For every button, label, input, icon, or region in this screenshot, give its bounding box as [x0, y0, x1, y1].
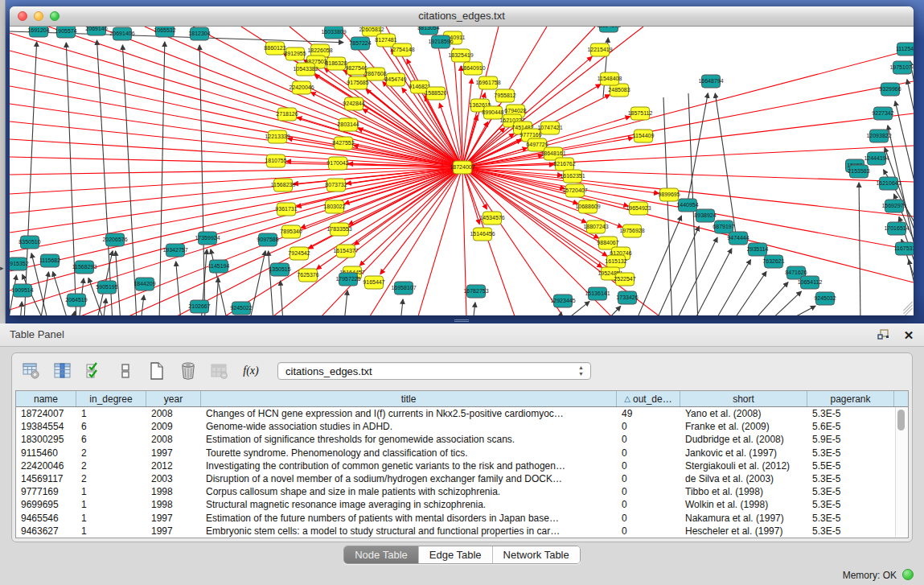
- network-canvas[interactable]: 1872400788601238912955182260589827503105…: [10, 27, 914, 315]
- function-builder-icon[interactable]: f(x): [241, 361, 261, 381]
- svg-text:9827546: 9827546: [345, 65, 367, 71]
- column-header-out_de[interactable]: △out_de…: [617, 391, 680, 406]
- panel-splitter-handle[interactable]: [454, 319, 469, 323]
- table-cell: 5.3E-5: [807, 447, 894, 459]
- table-cell: Stergiakouli et al. (2012): [680, 460, 807, 472]
- table-row[interactable]: 1830029562008Estimation of significance …: [16, 433, 908, 446]
- svg-text:8350510: 8350510: [18, 239, 40, 245]
- column-header-pagerank[interactable]: pagerank: [807, 391, 894, 406]
- svg-text:9242844: 9242844: [343, 101, 364, 106]
- svg-text:16162351: 16162351: [560, 173, 585, 179]
- table-row[interactable]: 1938455462009Genome-wide association stu…: [16, 420, 908, 433]
- table-cell: 1998: [146, 486, 201, 497]
- tab-node-table[interactable]: Node Table: [344, 546, 418, 563]
- table-row[interactable]: 1872400712008Changes of HCN gene express…: [16, 407, 908, 420]
- table-cell: Jankovic et al. (1997): [680, 447, 807, 459]
- canvas-resize-grip[interactable]: [901, 303, 912, 315]
- select-all-rows-icon[interactable]: [84, 361, 104, 381]
- table-row[interactable]: 946362711997Embryonic stem cells: a mode…: [16, 525, 908, 538]
- svg-text:8427552: 8427552: [332, 140, 354, 146]
- column-header-short[interactable]: short: [680, 391, 807, 406]
- network-window-titlebar[interactable]: citations_edges.txt: [10, 6, 914, 27]
- table-body: 1872400712008Changes of HCN gene express…: [16, 407, 908, 538]
- svg-text:2102667: 2102667: [188, 303, 210, 309]
- network-graph[interactable]: 1872400788601238912955182260589827503105…: [10, 27, 914, 315]
- table-settings-icon[interactable]: [22, 361, 41, 381]
- table-cell: 9115460: [16, 447, 76, 459]
- memory-status-icon[interactable]: [902, 569, 914, 580]
- table-row[interactable]: 911546021997Tourette syndrome. Phenomeno…: [16, 447, 908, 459]
- table-cell: 5.9E-5: [807, 434, 894, 445]
- table-cell: 5.3E-5: [807, 408, 894, 419]
- column-header-title[interactable]: title: [201, 391, 617, 406]
- table-cell: Estimation of significance thresholds fo…: [201, 434, 617, 445]
- column-chooser-icon[interactable]: [53, 361, 72, 381]
- table-row[interactable]: 1456911722003Disruption of a novel membe…: [16, 472, 908, 485]
- table-cell: 6: [76, 434, 146, 445]
- table-row[interactable]: 946554611997Estimation of the future num…: [16, 512, 908, 525]
- table-panel: Table Panel ✕: [0, 323, 924, 585]
- svg-text:7924542: 7924542: [288, 250, 310, 256]
- table-scrollbar[interactable]: [895, 407, 907, 537]
- table-cell: 5.6E-5: [807, 421, 894, 432]
- column-header-name[interactable]: name: [16, 391, 76, 406]
- table-cell: 1: [76, 499, 146, 510]
- column-header-year[interactable]: year: [146, 391, 201, 406]
- table-cell: 1997: [146, 513, 201, 524]
- table-cell: Yano et al. (2008): [680, 408, 807, 419]
- close-panel-icon[interactable]: ✕: [901, 328, 916, 342]
- table-row[interactable]: 977716911998Corpus callosum shape and si…: [16, 485, 908, 498]
- float-panel-icon[interactable]: [876, 328, 890, 342]
- table-cell: Corpus callosum shape and size in male p…: [201, 486, 617, 497]
- west-panel-expand-arrow[interactable]: ▸: [0, 264, 4, 272]
- column-header-in_degree[interactable]: in_degree: [76, 391, 146, 406]
- tab-edge-table[interactable]: Edge Table: [418, 546, 492, 563]
- clear-selection-icon[interactable]: [116, 361, 135, 381]
- table-row[interactable]: 2242004622012Investigating the contribut…: [16, 459, 908, 472]
- svg-text:9245032: 9245032: [814, 295, 836, 301]
- svg-text:8073732: 8073732: [325, 182, 347, 187]
- table-cell: 19384554: [16, 421, 76, 432]
- table-scrollbar-thumb[interactable]: [897, 410, 905, 431]
- svg-text:7857224: 7857224: [349, 40, 371, 46]
- table-cell: 18300295: [16, 434, 76, 445]
- svg-text:6794028: 6794028: [504, 108, 526, 113]
- tab-network-table[interactable]: Network Table: [492, 546, 580, 563]
- table-cell: Structural magnetic resonance image aver…: [201, 499, 617, 510]
- table-cell: 1998: [146, 499, 201, 510]
- svg-text:1691204: 1691204: [27, 27, 49, 33]
- table-cell: 0: [617, 486, 680, 497]
- table-cell: 5.5E-5: [807, 460, 894, 472]
- table-cell: 2: [76, 447, 146, 459]
- table-cell: 1: [76, 513, 146, 524]
- delete-table-icon[interactable]: [179, 361, 198, 381]
- svg-text:18575112: 18575112: [628, 110, 653, 116]
- table-selector-dropdown[interactable]: citations_edges.txt ▲▼: [277, 362, 591, 380]
- svg-text:9361731: 9361731: [275, 206, 297, 212]
- svg-text:17359924: 17359924: [195, 235, 220, 241]
- table-cell: 5.3E-5: [807, 473, 894, 484]
- table-cell: Disruption of a novel member of a sodium…: [201, 473, 617, 484]
- svg-text:19756928: 19756928: [619, 228, 644, 233]
- table-cell: 9463627: [16, 525, 76, 537]
- import-table-icon[interactable]: [210, 361, 229, 381]
- network-view-window: citations_edges.txt 18724007886012389129…: [10, 6, 914, 315]
- table-cell: Genome-wide association studies in ADHD.: [201, 421, 617, 432]
- svg-text:1803022: 1803022: [323, 204, 345, 209]
- table-cell: 22420046: [16, 460, 76, 472]
- table-cell: 0: [617, 421, 680, 432]
- table-cell: Changes of HCN gene expression and I(f) …: [201, 408, 617, 419]
- svg-text:19654923: 19654923: [626, 205, 651, 211]
- svg-text:12754148: 12754148: [389, 47, 414, 52]
- svg-text:1810755: 1810755: [265, 158, 286, 163]
- svg-text:1733426: 1733426: [616, 295, 638, 300]
- table-cell: 14569117: [16, 473, 76, 484]
- table-row[interactable]: 969969511998Structural magnetic resonanc…: [16, 498, 908, 511]
- table-cell: 18724007: [16, 408, 76, 419]
- table-panel-body: f(x) citations_edges.txt ▲▼ namein_degre…: [11, 352, 913, 542]
- svg-text:18807243: 18807243: [583, 224, 608, 229]
- svg-text:8990448: 8990448: [482, 109, 503, 115]
- table-type-tabs: Node TableEdge TableNetwork Table: [343, 546, 581, 564]
- west-panel-collapsed-strip: [0, 0, 6, 323]
- new-table-icon[interactable]: [147, 361, 166, 381]
